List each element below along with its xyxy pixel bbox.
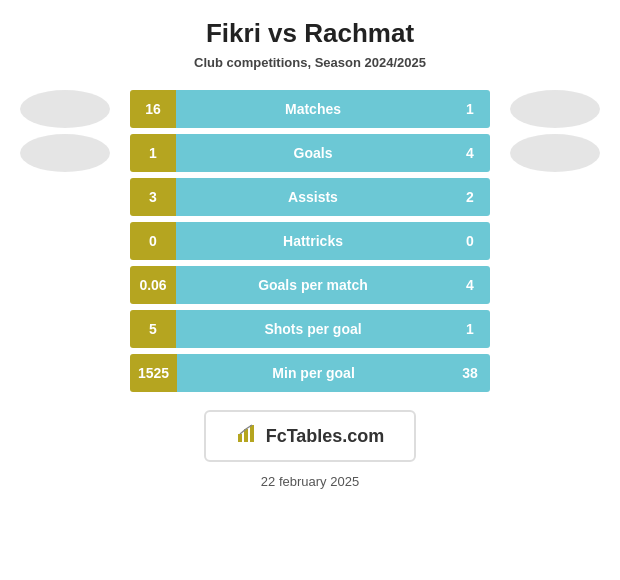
stat-bar: 5Shots per goal1 <box>130 310 490 348</box>
stat-left-value: 0.06 <box>130 266 176 304</box>
stat-left-value: 1 <box>130 134 176 172</box>
avatar-left <box>20 134 110 172</box>
stat-right-value: 0 <box>450 222 490 260</box>
stat-bar: 16Matches1 <box>130 90 490 128</box>
stat-row: 0Hattricks0 <box>130 222 490 260</box>
stat-label: Goals <box>176 134 450 172</box>
stat-label: Hattricks <box>176 222 450 260</box>
stat-right-value: 4 <box>450 266 490 304</box>
page-subtitle: Club competitions, Season 2024/2025 <box>194 55 426 70</box>
stat-right-value: 38 <box>450 354 490 392</box>
svg-rect-2 <box>250 425 254 442</box>
stat-left-value: 5 <box>130 310 176 348</box>
stat-row: 3Assists2 <box>130 178 490 216</box>
brand-text: FcTables.com <box>266 426 385 447</box>
stat-row: 5Shots per goal1 <box>130 310 490 348</box>
stat-row: 1525Min per goal38 <box>130 354 490 392</box>
page-title: Fikri vs Rachmat <box>206 18 414 49</box>
stat-label: Goals per match <box>176 266 450 304</box>
stat-bar: 1525Min per goal38 <box>130 354 490 392</box>
stat-label: Shots per goal <box>176 310 450 348</box>
stat-label: Matches <box>176 90 450 128</box>
stat-bar: 0.06Goals per match4 <box>130 266 490 304</box>
stat-left-value: 1525 <box>130 354 177 392</box>
page-wrapper: Fikri vs Rachmat Club competitions, Seas… <box>0 0 620 580</box>
svg-rect-0 <box>238 434 242 442</box>
stat-right-value: 1 <box>450 310 490 348</box>
stat-label: Assists <box>176 178 450 216</box>
stat-row: 0.06Goals per match4 <box>130 266 490 304</box>
avatar-right <box>510 90 600 128</box>
stat-left-value: 3 <box>130 178 176 216</box>
stat-right-value: 1 <box>450 90 490 128</box>
stat-bar: 0Hattricks0 <box>130 222 490 260</box>
stat-label: Min per goal <box>177 354 450 392</box>
avatar-left <box>20 90 110 128</box>
stat-row: 1Goals4 <box>130 134 490 172</box>
brand-box: FcTables.com <box>204 410 417 462</box>
avatar-right <box>510 134 600 172</box>
brand-icon <box>236 422 258 450</box>
stat-right-value: 4 <box>450 134 490 172</box>
stat-row: 16Matches1 <box>130 90 490 128</box>
footer-date: 22 february 2025 <box>261 474 359 489</box>
stat-left-value: 0 <box>130 222 176 260</box>
stat-bar: 1Goals4 <box>130 134 490 172</box>
stat-left-value: 16 <box>130 90 176 128</box>
stat-bar: 3Assists2 <box>130 178 490 216</box>
stat-right-value: 2 <box>450 178 490 216</box>
stats-container: 16Matches11Goals43Assists20Hattricks00.0… <box>20 90 600 392</box>
